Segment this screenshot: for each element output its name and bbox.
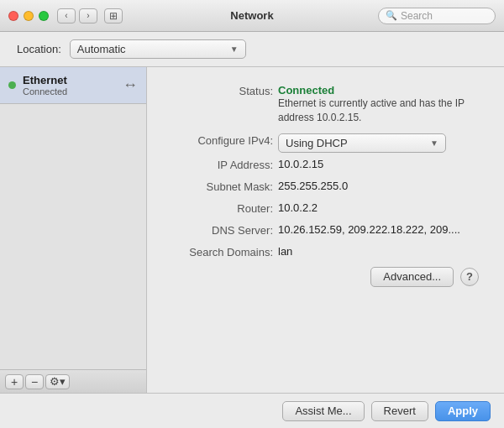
router-value: 10.0.2.2	[278, 201, 318, 214]
location-select[interactable]: Automatic ▼	[70, 39, 246, 59]
titlebar: ‹ › ⊞ Network 🔍 Search	[0, 0, 504, 32]
location-label: Location:	[17, 43, 61, 55]
status-label: Status:	[164, 84, 273, 97]
item-status: Connected	[23, 86, 119, 97]
grid-button[interactable]: ⊞	[104, 8, 123, 23]
revert-button[interactable]: Revert	[371, 401, 428, 421]
search-bar[interactable]: 🔍 Search	[378, 8, 496, 24]
search-domains-value: lan	[278, 245, 292, 258]
item-info: Ethernet Connected	[23, 74, 119, 97]
location-bar: Location: Automatic ▼	[0, 32, 504, 67]
nav-buttons: ‹ ›	[57, 8, 97, 23]
status-dot-green	[8, 81, 16, 89]
item-name: Ethernet	[23, 74, 119, 86]
back-button[interactable]: ‹	[57, 8, 76, 23]
maximize-button[interactable]	[39, 11, 49, 21]
ip-value: 10.0.2.15	[278, 158, 323, 170]
status-value-block: Connected Ethernet is currently active a…	[278, 84, 487, 125]
gear-arrow-icon: ▾	[60, 375, 66, 388]
detail-panel: Status: Connected Ethernet is currently …	[147, 67, 504, 393]
subnet-value: 255.255.255.0	[278, 180, 348, 192]
search-domains-label: Search Domains:	[164, 245, 273, 258]
advanced-button[interactable]: Advanced...	[370, 267, 454, 287]
subnet-label: Subnet Mask:	[164, 180, 273, 193]
status-row: Status: Connected Ethernet is currently …	[164, 84, 487, 125]
sidebar-toolbar: + − ⚙ ▾	[0, 369, 146, 393]
ethernet-icon: ↔	[123, 76, 138, 94]
configure-arrow-icon: ▼	[430, 138, 438, 148]
status-value: Connected	[278, 84, 487, 97]
configure-label: Configure IPv4:	[164, 133, 273, 147]
status-sub-text: Ethernet is currently active and has the…	[278, 97, 487, 125]
gear-menu-button[interactable]: ⚙ ▾	[45, 374, 70, 389]
search-domains-row: Search Domains: lan	[164, 245, 487, 258]
assist-me-button[interactable]: Assist Me...	[282, 401, 364, 421]
dns-row: DNS Server: 10.26.152.59, 209.222.18.222…	[164, 223, 487, 237]
configure-row: Configure IPv4: Using DHCP ▼	[164, 133, 487, 153]
gear-icon: ⚙	[50, 375, 60, 388]
search-icon: 🔍	[386, 10, 397, 21]
forward-button[interactable]: ›	[79, 8, 97, 23]
close-button[interactable]	[8, 11, 18, 21]
add-network-button[interactable]: +	[5, 374, 24, 389]
subnet-row: Subnet Mask: 255.255.255.0	[164, 180, 487, 193]
router-row: Router: 10.0.2.2	[164, 201, 487, 215]
window-title: Network	[230, 9, 273, 22]
search-placeholder: Search	[401, 10, 433, 22]
ethernet-item[interactable]: Ethernet Connected ↔	[0, 67, 146, 104]
remove-network-button[interactable]: −	[25, 374, 44, 389]
network-list: Ethernet Connected ↔	[0, 67, 146, 369]
bottom-bar: Assist Me... Revert Apply	[0, 393, 504, 428]
minimize-button[interactable]	[24, 11, 34, 21]
configure-value: Using DHCP	[286, 137, 348, 149]
location-value: Automatic	[77, 43, 126, 55]
configure-select[interactable]: Using DHCP ▼	[278, 133, 446, 153]
traffic-lights	[8, 11, 49, 21]
sidebar: Ethernet Connected ↔ + − ⚙ ▾	[0, 67, 147, 393]
dns-value: 10.26.152.59, 209.222.18.222, 209....	[278, 223, 460, 236]
location-arrow-icon: ▼	[230, 44, 239, 54]
advanced-row: Advanced... ?	[164, 267, 487, 295]
dns-label: DNS Server:	[164, 223, 273, 237]
help-button[interactable]: ?	[460, 268, 479, 286]
main-content: Ethernet Connected ↔ + − ⚙ ▾ Status: Con…	[0, 67, 504, 393]
apply-button[interactable]: Apply	[435, 401, 491, 421]
ip-row: IP Address: 10.0.2.15	[164, 158, 487, 171]
router-label: Router:	[164, 201, 273, 215]
ip-label: IP Address:	[164, 158, 273, 171]
